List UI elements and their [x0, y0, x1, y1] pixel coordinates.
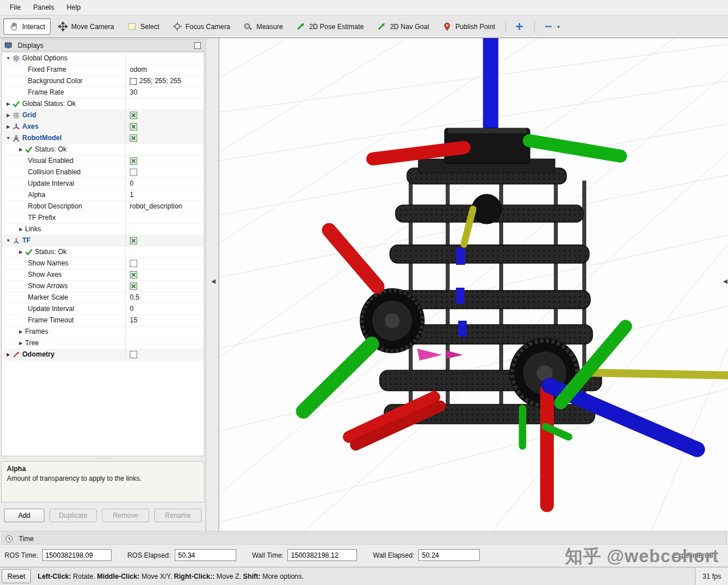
property-value[interactable]: 255; 255; 255 — [139, 76, 181, 87]
expand-arrow-icon[interactable]: ▶ — [17, 144, 25, 155]
enabled-checkbox-checked[interactable] — [130, 123, 137, 130]
collapse-arrow-icon[interactable]: ▼ — [4, 235, 13, 246]
tree-row-robot-description[interactable]: Robot Descriptionrobot_description — [2, 201, 204, 212]
tree-row-collision-enabled[interactable]: Collision Enabled — [2, 167, 204, 178]
property-value[interactable]: robot_description — [130, 201, 182, 212]
tree-row-background-color[interactable]: Background Color255; 255; 255 — [2, 76, 204, 87]
hand-icon — [9, 22, 19, 31]
tool-select[interactable]: Select — [121, 18, 164, 35]
enabled-checkbox-checked[interactable] — [130, 271, 137, 279]
collapse-arrow-icon[interactable]: ▼ — [4, 53, 13, 64]
tool-2d-nav-goal[interactable]: 2D Nav Goal — [371, 18, 435, 35]
wall-elapsed-input[interactable] — [418, 549, 480, 561]
enabled-checkbox-checked[interactable] — [130, 134, 137, 142]
tree-row-global-options[interactable]: ▼Global Options — [2, 53, 204, 64]
tree-row-name: Visual Enabled — [2, 156, 126, 166]
tool-minus[interactable]: ▾ — [538, 18, 566, 35]
tree-row-robotmodel[interactable]: ▼RobotModel — [2, 133, 204, 144]
panel-splitter-handle[interactable]: ····· — [0, 456, 205, 461]
tree-row-label: Show Axes — [28, 269, 61, 280]
tree-row-fixed-frame[interactable]: Fixed Frameodom — [2, 64, 204, 76]
wall-time-input[interactable] — [287, 549, 357, 561]
expand-arrow-icon[interactable]: ▶ — [4, 121, 13, 132]
tree-row-name: Show Axes — [2, 269, 126, 280]
tree-row-name: ▼TF — [2, 235, 126, 246]
tree-row-show-names[interactable]: Show Names — [2, 258, 204, 269]
tool-interact[interactable]: Interact — [3, 18, 51, 35]
tree-row-name: ▶Global Status: Ok — [2, 99, 126, 109]
displays-panel-titlebar[interactable]: Displays — [1, 39, 204, 51]
tree-row-tree[interactable]: ▶Tree — [2, 338, 204, 349]
tree-row-status-ok[interactable]: ▶Status: Ok — [2, 144, 204, 156]
tree-row-value — [126, 258, 204, 269]
tool-measure[interactable]: Measure — [237, 18, 289, 35]
menu-file[interactable]: File — [3, 1, 27, 14]
tree-row-name: ▶Axes — [2, 121, 126, 132]
expand-arrow-icon[interactable]: ▶ — [4, 349, 13, 360]
float-panel-button[interactable] — [194, 42, 201, 49]
help-description: Amount of transparency to apply to the l… — [7, 474, 199, 482]
tree-row-label: Marker Scale — [28, 292, 68, 303]
tree-row-alpha[interactable]: Alpha1 — [2, 190, 204, 201]
expand-arrow-icon[interactable]: ▶ — [17, 247, 25, 257]
time-panel-titlebar[interactable]: Time — [1, 533, 727, 545]
property-value[interactable]: odom — [130, 64, 147, 75]
expand-arrow-icon[interactable]: ▶ — [4, 110, 13, 121]
tree-row-visual-enabled[interactable]: Visual Enabled — [2, 156, 204, 167]
tree-row-global-status-ok[interactable]: ▶Global Status: Ok — [2, 99, 204, 110]
enabled-checkbox-checked[interactable] — [130, 157, 137, 165]
enabled-checkbox-checked[interactable] — [130, 283, 137, 290]
tree-row-axes[interactable]: ▶Axes — [2, 121, 204, 133]
expand-arrow-icon[interactable]: ▶ — [17, 338, 25, 349]
enabled-checkbox-unchecked[interactable] — [130, 169, 137, 176]
tree-row-show-axes[interactable]: Show Axes — [2, 269, 204, 281]
tree-row-frames[interactable]: ▶Frames — [2, 326, 204, 338]
tree-row-grid[interactable]: ▶Grid — [2, 110, 204, 121]
tree-row-value — [126, 224, 204, 235]
left-dock-collapse-arrow-icon[interactable]: ◀ — [211, 278, 216, 284]
property-value[interactable]: 30 — [130, 87, 137, 98]
3d-viewport[interactable]: ◀ — [219, 38, 728, 531]
tool-move-camera[interactable]: Move Camera — [52, 18, 120, 35]
tree-row-marker-scale[interactable]: Marker Scale0.5 — [2, 292, 204, 304]
property-value[interactable]: 0.5 — [130, 292, 139, 303]
color-swatch[interactable] — [130, 78, 137, 85]
tree-row-odometry[interactable]: ▶Odometry — [2, 349, 204, 361]
tree-row-update-interval[interactable]: Update Interval0 — [2, 304, 204, 315]
tool-plus[interactable] — [509, 18, 530, 35]
property-value[interactable]: 0 — [130, 304, 134, 314]
ros-elapsed-input[interactable] — [175, 549, 236, 561]
collapse-arrow-icon[interactable]: ▼ — [4, 133, 13, 144]
tree-row-links[interactable]: ▶Links — [2, 224, 204, 235]
tree-row-status-ok[interactable]: ▶Status: Ok — [2, 247, 204, 258]
enabled-checkbox-checked[interactable] — [130, 112, 137, 119]
add-button[interactable]: Add — [4, 509, 44, 522]
tool-publish-point[interactable]: Publish Point — [437, 18, 501, 35]
tree-row-frame-timeout[interactable]: Frame Timeout15 — [2, 315, 204, 326]
tree-row-label: Frames — [25, 326, 48, 337]
reset-button[interactable]: Reset — [2, 569, 31, 583]
tree-row-tf[interactable]: ▼TF — [2, 235, 204, 247]
enabled-checkbox-unchecked[interactable] — [130, 351, 137, 358]
tool-focus-camera[interactable]: Focus Camera — [167, 18, 236, 35]
property-value[interactable]: 15 — [130, 315, 137, 326]
ros-time-input[interactable] — [42, 549, 112, 561]
right-dock-collapse-arrow-icon[interactable]: ◀ — [723, 278, 727, 284]
property-value[interactable]: 1 — [130, 190, 134, 201]
property-value[interactable]: 0 — [130, 178, 134, 189]
expand-arrow-icon[interactable]: ▶ — [17, 224, 25, 235]
dropdown-caret-icon[interactable]: ▾ — [557, 24, 560, 30]
menu-panels[interactable]: Panels — [27, 1, 60, 14]
expand-arrow-icon[interactable]: ▶ — [17, 326, 25, 337]
tree-row-frame-rate[interactable]: Frame Rate30 — [2, 87, 204, 99]
tree-row-label: Odometry — [22, 349, 55, 360]
expand-arrow-icon[interactable]: ▶ — [4, 99, 13, 109]
enabled-checkbox-unchecked[interactable] — [130, 260, 137, 267]
menu-help[interactable]: Help — [60, 1, 87, 14]
dock-splitter[interactable]: ◀ — [206, 38, 219, 531]
tree-row-tf-prefix[interactable]: TF Prefix — [2, 212, 204, 224]
tree-row-update-interval[interactable]: Update Interval0 — [2, 178, 204, 190]
tree-row-show-arrows[interactable]: Show Arrows — [2, 281, 204, 292]
enabled-checkbox-checked[interactable] — [130, 237, 137, 244]
tool-2d-pose-estimate[interactable]: 2D Pose Estimate — [290, 18, 369, 35]
